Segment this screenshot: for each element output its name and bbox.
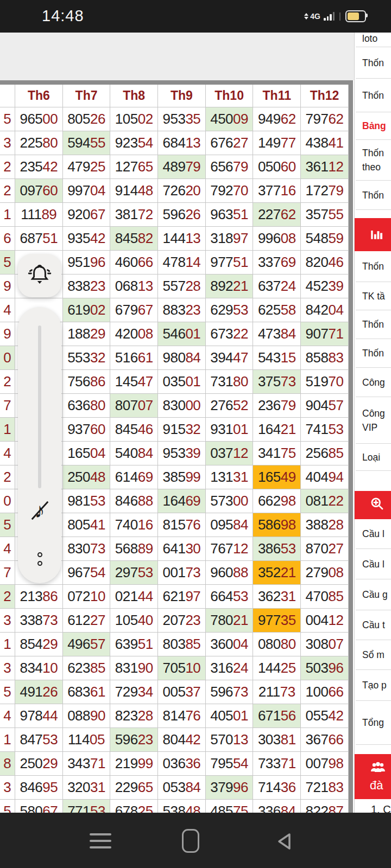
bell-icon	[26, 261, 53, 290]
table-cell: 51661	[110, 346, 158, 370]
table-cell: 33873	[15, 609, 63, 633]
table-cell: 97735	[253, 609, 301, 633]
sidebar-item[interactable]: Cầu g	[356, 579, 391, 610]
table-cell: 14547	[110, 370, 158, 394]
table-cell: 83823	[63, 275, 111, 298]
table-cell: 00798	[301, 752, 349, 776]
table-cell: 76712	[206, 537, 254, 561]
sidebar-item[interactable]: Thốn	[356, 310, 391, 339]
notification-bell-button[interactable]	[18, 254, 61, 297]
table-cell: 48979	[158, 155, 206, 179]
table-cut-cell: 8	[0, 752, 15, 776]
drag-handle[interactable]	[18, 552, 61, 566]
table-cell: 03501	[158, 370, 206, 394]
sidebar-item[interactable]: Thốn	[356, 47, 391, 79]
sidebar-item[interactable]: Thốn theo	[356, 140, 391, 181]
table-cell: 39447	[206, 346, 254, 370]
table-cut-cell: 3	[0, 609, 15, 633]
status-icons: 4G	[304, 0, 366, 33]
table-right-border	[349, 80, 353, 813]
sidebar-section-header[interactable]: đà	[355, 754, 391, 799]
table-cell: 30381	[253, 728, 301, 752]
table-cell: 10540	[110, 609, 158, 633]
sidebar-item[interactable]: Công VIP	[356, 397, 391, 444]
table-cell: 80526	[63, 107, 111, 131]
table-cell: 96754	[63, 561, 111, 585]
table-cell: 33684	[253, 800, 301, 813]
table-cell: 18829	[63, 322, 111, 346]
table-cell: 89221	[206, 275, 254, 298]
table-cut-cell: 2	[0, 465, 15, 489]
table-cell: 40494	[301, 465, 349, 489]
table-cell: 99704	[63, 179, 111, 203]
sidebar-item[interactable]: Thốn	[356, 251, 391, 282]
sidebar-item[interactable]: Cầu l	[356, 519, 391, 549]
sidebar-item[interactable]: Thốn	[356, 79, 391, 112]
table-cell: 57300	[206, 489, 254, 513]
table-cell: 11189	[15, 203, 63, 227]
table-cell: 16549	[253, 465, 301, 489]
volume-slider[interactable]	[38, 326, 41, 488]
sidebar-item[interactable]: TK tầ	[356, 282, 391, 310]
table-cell: 53848	[158, 800, 206, 813]
table-cell: 38828	[301, 513, 349, 537]
sidebar-item[interactable]: loto	[356, 33, 391, 47]
sidebar-item[interactable]: Cầu l	[356, 549, 391, 579]
table-cut-cell: 4	[0, 298, 15, 322]
table-cell: 49657	[63, 633, 111, 656]
table-cut-cell: 3	[0, 131, 15, 155]
sidebar-divider	[354, 33, 355, 813]
sidebar-item[interactable]: Sổ m	[356, 640, 391, 670]
sidebar-item[interactable]: Công	[356, 368, 391, 397]
sidebar-section-header[interactable]	[355, 491, 391, 519]
sidebar-section-header[interactable]	[355, 218, 391, 251]
home-icon[interactable]	[182, 829, 199, 853]
table-cell: 34175	[253, 442, 301, 465]
table-cut-cell: 5	[0, 251, 15, 275]
phone-screen: Th6Th7Th8Th9Th10Th11Th125965008052610502…	[0, 0, 391, 868]
table-header-cell: Th11	[253, 85, 301, 107]
sidebar-item[interactable]: Loại	[356, 444, 391, 471]
table-cell: 85883	[301, 346, 349, 370]
table-cell: 58698	[253, 513, 301, 537]
table-cell: 55332	[63, 346, 111, 370]
bar-chart-icon	[370, 226, 384, 244]
table-cell: 91532	[158, 418, 206, 442]
data-activity-icon	[304, 13, 308, 20]
table-cell: 31897	[206, 227, 254, 251]
table-cell: 50396	[301, 656, 349, 680]
table-cell: 80541	[63, 513, 111, 537]
sidebar-item[interactable]: Tổng	[356, 701, 391, 745]
table-cell: 49126	[15, 680, 63, 704]
table-cell: 67627	[206, 131, 254, 155]
menu-icon[interactable]	[90, 833, 111, 848]
table-cell: 62558	[253, 298, 301, 322]
sidebar-item[interactable]: Thốn	[356, 181, 391, 210]
table-cell: 05384	[158, 776, 206, 800]
table-header-cell: Th9	[158, 85, 206, 107]
table-cell: 99608	[253, 227, 301, 251]
table-cell: 06813	[110, 275, 158, 298]
table-cell: 85429	[15, 633, 63, 656]
table-cell: 80385	[158, 633, 206, 656]
table-cell: 98084	[158, 346, 206, 370]
table-cell: 66453	[206, 585, 254, 609]
table-cell: 68751	[15, 227, 63, 251]
back-icon[interactable]	[275, 832, 293, 853]
sidebar-item[interactable]: Cầu t	[356, 610, 391, 640]
table-cut-cell: 0	[0, 489, 15, 513]
sidebar-item[interactable]: Tạo p	[356, 670, 391, 701]
drag-dot-icon	[37, 552, 42, 557]
table-cell: 73180	[206, 370, 254, 394]
table-cell: 64130	[158, 537, 206, 561]
table-cell: 22580	[15, 131, 63, 155]
mute-sound-button[interactable]: ♪	[18, 498, 61, 523]
table-cell: 93542	[63, 227, 111, 251]
sidebar-item[interactable]: Bảng	[356, 112, 391, 140]
table-cell: 56889	[110, 537, 158, 561]
sidebar-item[interactable]: Thốn	[356, 339, 391, 368]
table-cell: 80442	[158, 728, 206, 752]
table-cell: 62953	[206, 298, 254, 322]
table-cut-cell: 7	[0, 394, 15, 418]
table-cell: 68361	[63, 680, 111, 704]
